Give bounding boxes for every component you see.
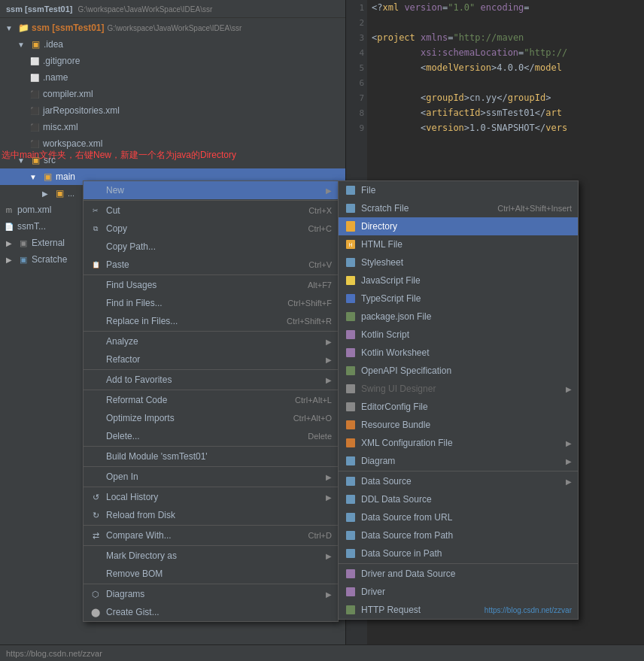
code-line (372, 15, 641, 30)
submenu-arrow-icon: ▶ (326, 552, 332, 560)
menu-item-build[interactable]: Build Module 'ssmTest01' (84, 447, 338, 465)
tree-label: misc.xml (43, 122, 78, 132)
tree-item-misc[interactable]: ⬛ misc.xml (0, 119, 345, 135)
tree-item-idea[interactable]: ▼ ▣ .idea (0, 36, 345, 53)
submenu-item-xmlcfg[interactable]: XML Configuration File ▶ (339, 434, 578, 452)
submenu-item-directory[interactable]: Directory (339, 217, 578, 235)
menu-item-find-usages[interactable]: Find Usages Alt+F7 (84, 276, 338, 294)
submenu-item-label: Resource Bundle (361, 420, 572, 430)
submenu-item-scratch[interactable]: Scratch File Ctrl+Alt+Shift+Insert (339, 199, 578, 217)
submenu-item-label: Stylesheet (361, 257, 572, 268)
file-icon: ⬜ (29, 71, 41, 83)
shortcut-label: Ctrl+Shift+F (287, 299, 332, 308)
menu-item-replace[interactable]: Replace in Files... Ctrl+Shift+R (84, 312, 338, 330)
submenu-item-ds-in-path[interactable]: Data Source in Path (339, 544, 578, 562)
menu-item-label: Reload from Disk (106, 510, 332, 520)
submenu-arrow-icon: ▶ (326, 590, 332, 599)
menu-item-reload[interactable]: ↻ Reload from Disk (84, 506, 338, 524)
menu-item-diagrams[interactable]: ⬡ Diagrams ▶ (84, 585, 338, 603)
submenu-item-label: TypeScript File (361, 293, 572, 304)
submenu-arrow-icon: ▶ (326, 376, 332, 384)
tree-item-name[interactable]: ⬜ .name (0, 69, 345, 86)
menu-item-delete[interactable]: Delete... Delete (84, 427, 338, 445)
menu-item-cut[interactable]: ✂ Cut Ctrl+X (84, 202, 338, 220)
submenu-item-kotlin-script[interactable]: Kotlin Script (339, 326, 578, 344)
submenu-item-label: JavaScript File (361, 275, 572, 286)
submenu-item-ts[interactable]: TypeScript File (339, 290, 578, 308)
menu-item-reformat[interactable]: Reformat Code Ctrl+Alt+L (84, 391, 338, 409)
submenu-item-ds-path[interactable]: Data Source from Path (339, 526, 578, 544)
line-num: 7 (346, 90, 367, 105)
shortcut-label: Ctrl+X (308, 206, 332, 215)
submenu-item-label: OpenAPI Specification (361, 365, 572, 376)
menu-item-mark-dir[interactable]: Mark Directory as ▶ (84, 547, 338, 565)
submenu-item-label: Data Source (361, 476, 566, 487)
diagrams-icon: ⬡ (90, 588, 102, 600)
line-num: 3 (346, 30, 367, 45)
code-line (372, 75, 641, 90)
submenu-item-label: Kotlin Worksheet (361, 347, 572, 358)
swing-icon (345, 383, 357, 395)
submenu-item-html[interactable]: H HTML File (339, 235, 578, 253)
submenu-item-label: Directory (361, 221, 572, 232)
submenu-item-file[interactable]: File (339, 181, 578, 199)
submenu-item-http[interactable]: HTTP Request https://blog.csdn.net/zzvar (339, 601, 578, 619)
menu-item-analyze[interactable]: Analyze ▶ (84, 332, 338, 350)
submenu-item-datasource[interactable]: Data Source ▶ (339, 472, 578, 490)
menu-item-optimize[interactable]: Optimize Imports Ctrl+Alt+O (84, 409, 338, 427)
status-bar: https://blog.csdn.net/zzvar (0, 644, 644, 661)
menu-item-label: Local History (106, 492, 323, 502)
menu-item-copy-path[interactable]: Copy Path... (84, 238, 338, 256)
project-title: ssm [ssmTest01] G:\workspace\JavaWorkSpa… (6, 5, 212, 14)
menu-item-new[interactable]: New ▶ (84, 181, 338, 199)
submenu-item-resource[interactable]: Resource Bundle (339, 416, 578, 434)
submenu-separator (339, 563, 578, 564)
submenu-item-editorconfig[interactable]: EditorConfig File (339, 398, 578, 416)
menu-item-local-history[interactable]: ↺ Local History ▶ (84, 488, 338, 506)
submenu-item-label: Swing UI Designer (361, 384, 566, 394)
submenu-item-js[interactable]: JavaScript File (339, 271, 578, 290)
shortcut-label: Ctrl+Alt+Shift+Insert (497, 204, 572, 213)
css-icon (345, 256, 357, 268)
tree-label: ssmT... (17, 221, 46, 232)
menu-item-refactor[interactable]: Refactor ▶ (84, 350, 338, 368)
submenu-item-ds-url[interactable]: Data Source from URL (339, 508, 578, 526)
menu-item-remove-bom[interactable]: Remove BOM (84, 565, 338, 583)
menu-item-paste[interactable]: 📋 Paste Ctrl+V (84, 256, 338, 274)
menu-item-compare[interactable]: ⇄ Compare With... Ctrl+D (84, 526, 338, 544)
code-line: <artifactId>ssmTest01</art (372, 105, 641, 120)
submenu-item-driver-ds[interactable]: Driver and Data Source (339, 565, 578, 583)
menu-item-favorites[interactable]: Add to Favorites ▶ (84, 371, 338, 389)
tree-item-jar[interactable]: ⬛ jarRepositories.xml (0, 102, 345, 119)
http-tooltip: https://blog.csdn.net/zzvar (485, 606, 572, 614)
submenu-item-pkg[interactable]: package.json File (339, 308, 578, 326)
scratch-icon (345, 202, 357, 214)
line-num: 5 (346, 60, 367, 75)
driver-icon (345, 568, 357, 580)
new-icon (90, 184, 102, 196)
optimize-icon (90, 412, 102, 424)
refactor-icon (90, 353, 102, 365)
tree-item-compiler[interactable]: ⬛ compiler.xml (0, 86, 345, 102)
submenu-item-swing[interactable]: Swing UI Designer ▶ (339, 380, 578, 398)
menu-item-copy[interactable]: ⧉ Copy Ctrl+C (84, 220, 338, 238)
replace-icon (90, 315, 102, 327)
submenu-item-diagram[interactable]: Diagram ▶ (339, 452, 578, 470)
chevron-icon: ▶ (3, 253, 15, 265)
cut-icon: ✂ (90, 205, 102, 217)
menu-item-open-in[interactable]: Open In ▶ (84, 468, 338, 486)
reload-icon: ↻ (90, 509, 102, 521)
chevron-down-icon: ▼ (15, 38, 27, 50)
menu-item-label: Open In (106, 471, 323, 482)
submenu-item-kotlin-worksheet[interactable]: Kotlin Worksheet (339, 344, 578, 362)
submenu-item-openapi[interactable]: OpenAPI Specification (339, 362, 578, 380)
submenu-item-driver[interactable]: Driver (339, 583, 578, 601)
menu-item-create-gist[interactable]: ⬤ Create Gist... (84, 603, 338, 621)
menu-separator (84, 446, 338, 447)
submenu-item-css[interactable]: Stylesheet (339, 253, 578, 271)
submenu-item-ddl[interactable]: DDL Data Source (339, 490, 578, 508)
tree-item-gitignore[interactable]: ⬜ .gitignore (0, 53, 345, 69)
tree-root[interactable]: ▼ 📁 ssm [ssmTest01] G:\workspace\JavaWor… (0, 20, 345, 36)
menu-separator (84, 525, 338, 526)
menu-item-find-files[interactable]: Find in Files... Ctrl+Shift+F (84, 294, 338, 312)
